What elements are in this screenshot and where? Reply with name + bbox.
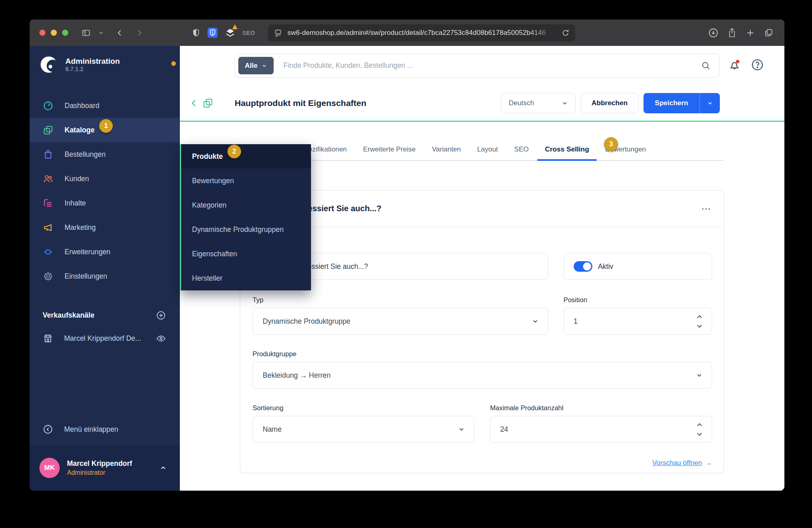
global-search-bar[interactable]: Alle (235, 54, 719, 78)
chevron-down-icon (696, 372, 703, 379)
stepper-up-icon[interactable] (696, 315, 703, 319)
tab-layout[interactable]: Layout (477, 145, 498, 160)
flyout-item-bewertungen[interactable]: Bewertungen (181, 169, 311, 193)
sortierung-select[interactable]: Name (253, 416, 474, 443)
sortierung-label: Sortierung (253, 404, 283, 411)
collapse-menu-button[interactable]: Menü einklappen (30, 423, 180, 436)
sidebar-item-kunden[interactable]: Kunden (30, 167, 180, 191)
storefront-icon (43, 333, 53, 344)
main-navigation: Dashboard Kataloge 1 Bestellungen (30, 93, 180, 288)
sidebar-item-einstellungen[interactable]: Einstellungen (30, 264, 180, 288)
eye-icon[interactable] (156, 333, 166, 344)
duplicate-icon[interactable] (202, 97, 214, 109)
stepper-down-icon[interactable] (696, 432, 703, 436)
tab-cross-selling[interactable]: Cross Selling (545, 145, 589, 160)
top-search-row: Alle (180, 46, 784, 85)
user-menu[interactable]: MK Marcel Krippendorf Administrator (30, 445, 180, 491)
sidebar-item-dashboard[interactable]: Dashboard (30, 93, 180, 118)
produktgruppe-select[interactable]: Bekleidung → Herren (253, 362, 712, 389)
search-scope-selector[interactable]: Alle (238, 57, 274, 74)
max-products-stepper[interactable]: 24 (490, 416, 712, 443)
sidebar-item-erweiterungen[interactable]: Erweiterungen (30, 240, 180, 264)
active-field: Aktiv (564, 253, 712, 280)
tutorial-step-badge-2: 2 (227, 145, 241, 158)
save-options-chevron[interactable] (700, 93, 720, 113)
collapse-circle-chevron-icon (43, 424, 53, 435)
back-chevron-icon[interactable] (189, 98, 199, 108)
sales-channel-label: Marcel Krippendorf De... (64, 334, 156, 343)
language-select[interactable]: Deutsch (501, 93, 576, 113)
sidebar-item-inhalte[interactable]: Inhalte (30, 191, 180, 215)
settings-gear-icon (43, 271, 54, 282)
tab-varianten[interactable]: Varianten (432, 145, 461, 160)
stepper-down-icon[interactable] (696, 324, 703, 328)
flyout-item-hersteller[interactable]: Hersteller (181, 266, 311, 290)
flyout-item-produkte[interactable]: Produkte 2 (181, 144, 311, 169)
orders-icon (43, 149, 54, 160)
cancel-button[interactable]: Abbrechen (581, 93, 639, 113)
sales-channel-item[interactable]: Marcel Krippendorf De... (30, 327, 180, 350)
extension-stack-icon[interactable] (225, 27, 236, 39)
smart-bar: Hauptprodukt mit Eigenschaften Deutsch A… (180, 85, 784, 122)
produktgruppe-label: Produktgruppe (253, 350, 296, 358)
stepper-up-icon[interactable] (696, 423, 703, 427)
flyout-item-eigenschaften[interactable]: Eigenschaften (181, 242, 311, 266)
position-stepper[interactable]: 1 (564, 308, 712, 335)
chevron-up-icon (159, 463, 168, 472)
kataloge-flyout-menu: Produkte 2 Bewertungen Kategorien Dynami… (180, 144, 311, 290)
url-text: sw6-demoshop.de/admin#/sw/product/detail… (287, 29, 561, 37)
new-tab-icon[interactable] (745, 28, 755, 38)
share-icon[interactable] (727, 28, 737, 38)
downloads-icon[interactable] (708, 28, 719, 38)
browser-window: SEO sw6-demoshop.de/admin#/sw/product/de… (30, 19, 784, 491)
typ-label: Typ (253, 296, 263, 303)
chevron-down-icon[interactable] (98, 30, 104, 36)
sidebar-item-kataloge[interactable]: Kataloge 1 (30, 118, 180, 142)
position-label: Position (564, 296, 587, 303)
sidebar-item-marketing[interactable]: Marketing (30, 215, 180, 240)
tutorial-step-badge-3: 3 (604, 137, 618, 151)
sidebar-item-bestellungen[interactable]: Bestellungen (30, 142, 180, 167)
max-products-label: Maximale Produktanzahl (490, 404, 564, 411)
seo-extension-badge[interactable]: SEO (242, 30, 255, 36)
flyout-item-dynamische-produktgruppen[interactable]: Dynamische Produktgruppen (181, 217, 311, 242)
app-version: 6.7.1.2 (65, 66, 120, 72)
browser-toolbar: SEO sw6-demoshop.de/admin#/sw/product/de… (30, 19, 784, 46)
traffic-lights (39, 30, 68, 36)
minimize-window-button[interactable] (51, 30, 57, 36)
tab-seo[interactable]: SEO (514, 145, 529, 160)
tab-erweiterte-preise[interactable]: Erweiterte Preise (363, 145, 415, 160)
bitwarden-extension-icon[interactable] (207, 27, 218, 38)
global-search-input[interactable] (283, 61, 701, 70)
zoom-window-button[interactable] (62, 30, 68, 36)
product-detail-tabs: Spezifikationen Erweiterte Preise Varian… (240, 145, 723, 161)
preview-link[interactable]: Vorschau öffnen (652, 459, 702, 467)
context-menu-icon[interactable]: ⋯ (701, 207, 711, 211)
active-label: Aktiv (598, 262, 613, 271)
add-sales-channel-button[interactable] (156, 310, 166, 320)
save-button[interactable]: Speichern (644, 93, 720, 113)
forward-button[interactable] (135, 28, 144, 37)
notification-dot (171, 61, 176, 66)
help-icon[interactable] (751, 58, 764, 71)
privacy-shield-icon[interactable] (192, 28, 201, 37)
sidebar-toggle-icon[interactable] (81, 28, 91, 38)
active-toggle[interactable] (574, 261, 592, 272)
page-settings-icon[interactable] (274, 28, 283, 37)
app-brand: Administration 6.7.1.2 (39, 55, 170, 74)
typ-select[interactable]: Dynamische Produktgruppe (253, 308, 548, 335)
tutorial-step-badge-1: 1 (99, 119, 113, 133)
close-window-button[interactable] (39, 30, 45, 36)
customers-icon (43, 173, 54, 184)
reload-icon[interactable] (561, 29, 570, 37)
chevron-down-icon (458, 426, 465, 433)
page-title: Hauptprodukt mit Eigenschaften (235, 98, 366, 108)
sales-channels-header: Verkaufskanäle (43, 311, 94, 320)
address-bar[interactable]: sw6-demoshop.de/admin#/sw/product/detail… (268, 24, 575, 41)
flyout-item-kategorien[interactable]: Kategorien (181, 193, 311, 217)
tab-overview-icon[interactable] (764, 28, 774, 38)
search-icon (701, 61, 711, 71)
catalogues-icon (43, 125, 54, 136)
back-button[interactable] (115, 28, 124, 37)
notifications-bell-icon[interactable] (728, 58, 741, 72)
